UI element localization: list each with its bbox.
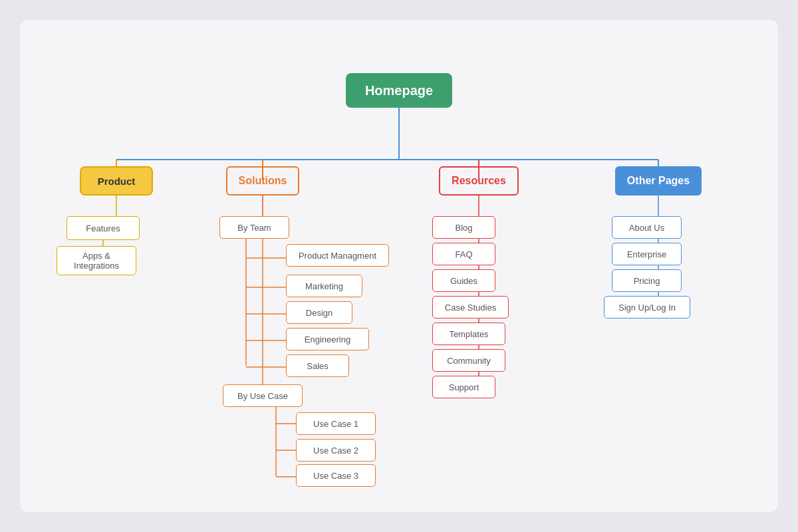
node-otherpages[interactable]: Other Pages <box>615 166 702 196</box>
node-templates[interactable]: Templates <box>432 323 505 345</box>
node-casestudies[interactable]: Case Studies <box>432 296 509 319</box>
node-aboutus[interactable]: About Us <box>612 216 682 239</box>
node-blog[interactable]: Blog <box>432 216 495 239</box>
node-enterprise[interactable]: Enterprise <box>612 243 682 265</box>
diagram-canvas: Homepage Product Solutions Resources Oth… <box>20 20 778 512</box>
node-usecase1[interactable]: Use Case 1 <box>296 412 376 435</box>
node-sales[interactable]: Sales <box>286 354 349 377</box>
node-usecase3[interactable]: Use Case 3 <box>296 464 376 487</box>
node-usecase2[interactable]: Use Case 2 <box>296 439 376 462</box>
node-byteam[interactable]: By Team <box>219 216 289 239</box>
node-solutions[interactable]: Solutions <box>226 166 299 196</box>
node-faq[interactable]: FAQ <box>432 243 495 265</box>
node-apps[interactable]: Apps & Integrations <box>57 246 136 275</box>
node-resources[interactable]: Resources <box>439 166 519 196</box>
node-community[interactable]: Community <box>432 349 505 372</box>
node-homepage[interactable]: Homepage <box>346 73 452 108</box>
node-product[interactable]: Product <box>80 166 153 196</box>
node-design[interactable]: Design <box>286 301 352 324</box>
node-productmgmt[interactable]: Product Managment <box>286 244 389 267</box>
node-signuplogin[interactable]: Sign Up/Log In <box>604 296 690 319</box>
node-byusecase[interactable]: By Use Case <box>223 384 303 407</box>
node-support[interactable]: Support <box>432 376 495 398</box>
node-guides[interactable]: Guides <box>432 269 495 292</box>
node-engineering[interactable]: Engineering <box>286 328 369 350</box>
node-marketing[interactable]: Marketing <box>286 275 362 297</box>
node-pricing[interactable]: Pricing <box>612 269 682 292</box>
node-features[interactable]: Features <box>66 216 140 240</box>
